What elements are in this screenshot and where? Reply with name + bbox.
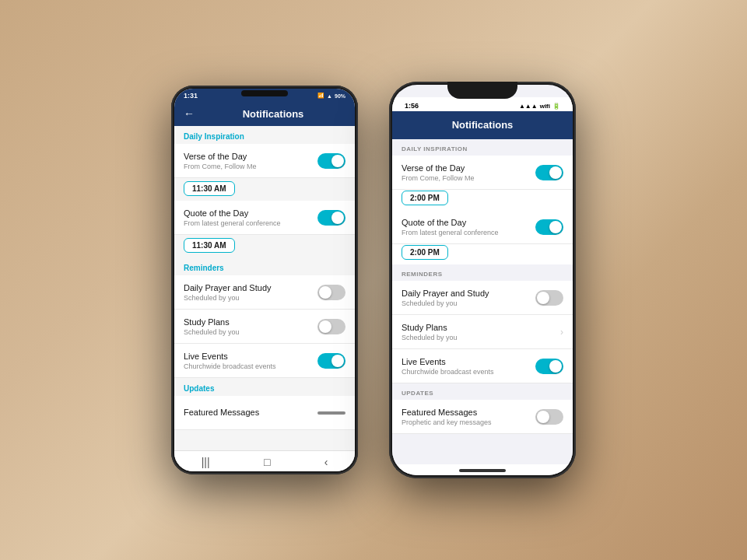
iphone-status-bar: 1:56 ▲▲▲ wifi 🔋: [392, 97, 573, 111]
android-quote-title: Quote of the Day: [184, 208, 317, 219]
android-study-plans-sub: Scheduled by you: [184, 328, 317, 336]
iphone-featured-knob: [537, 411, 549, 423]
iphone-prayer-toggle[interactable]: [535, 290, 563, 306]
android-live-events-item: Live Events Churchwide broadcast events: [174, 344, 355, 378]
iphone-prayer-title: Daily Prayer and Study: [402, 288, 535, 299]
android-prayer-sub: Scheduled by you: [184, 294, 317, 302]
iphone-verse-knob: [549, 166, 562, 179]
android-prayer-knob: [319, 286, 331, 299]
iphone-study-plans-item[interactable]: Study Plans Scheduled by you ›: [392, 315, 573, 349]
android-live-events-title: Live Events: [184, 351, 317, 362]
android-verse-knob: [331, 155, 344, 167]
android-phone: 1:31 📶 ▲ 90% ← Notifications Daily Inspi…: [171, 86, 358, 474]
wifi-icon: ▲: [327, 93, 332, 99]
android-screen: 1:31 📶 ▲ 90% ← Notifications Daily Inspi…: [174, 89, 355, 471]
iphone-verse-time-wrap: 2:00 PM: [392, 190, 573, 210]
android-header: ← Notifications: [174, 101, 355, 126]
android-verse-time[interactable]: 11:30 AM: [184, 181, 235, 196]
iphone-home-area: [392, 464, 573, 475]
iphone-quote-knob: [549, 221, 562, 233]
android-live-events-toggle[interactable]: [317, 353, 345, 369]
iphone-quote-time[interactable]: 2:00 PM: [402, 245, 448, 260]
iphone-live-events-sub: Churchwide broadcast events: [402, 368, 535, 376]
android-section-daily: Daily Inspiration: [174, 126, 355, 144]
iphone-section-daily: DAILY INSPIRATION: [392, 139, 573, 156]
iphone-featured-sub: Prophetic and key messages: [402, 418, 535, 426]
iphone-prayer-knob: [537, 292, 549, 304]
iphone-quote-time-wrap: 2:00 PM: [392, 244, 573, 264]
iphone-study-plans-chevron: ›: [560, 327, 563, 338]
iphone-verse-time[interactable]: 2:00 PM: [402, 191, 448, 205]
iphone-verse-toggle[interactable]: [535, 165, 563, 180]
back-button[interactable]: ←: [184, 107, 195, 120]
android-content: Daily Inspiration Verse of the Day From …: [174, 126, 355, 450]
iphone-featured-item: Featured Messages Prophetic and key mess…: [392, 400, 573, 434]
iphone-featured-title: Featured Messages: [402, 407, 535, 418]
iphone-status-icons: ▲▲▲ wifi 🔋: [519, 103, 560, 110]
iphone-live-events-item: Live Events Churchwide broadcast events: [392, 349, 573, 383]
android-header-title: Notifications: [201, 108, 345, 120]
android-verse-toggle[interactable]: [317, 153, 345, 169]
iphone-live-events-knob: [549, 360, 562, 373]
android-prayer-toggle[interactable]: [317, 285, 345, 300]
iphone-featured-toggle[interactable]: [535, 409, 563, 425]
android-nav-menu[interactable]: |||: [202, 456, 210, 468]
android-study-plans-title: Study Plans: [184, 317, 317, 327]
android-featured-item: Featured Messages: [174, 396, 355, 430]
iphone-live-events-toggle[interactable]: [535, 359, 563, 374]
android-study-plans-knob: [319, 320, 331, 333]
android-section-updates: Updates: [174, 378, 355, 396]
iphone-wifi-icon: wifi: [540, 103, 550, 110]
android-live-events-knob: [331, 355, 344, 367]
iphone-screen: 1:56 ▲▲▲ wifi 🔋 Notifications DAILY INSP…: [392, 85, 573, 475]
android-nav-home[interactable]: □: [264, 456, 270, 468]
android-live-events-sub: Churchwide broadcast events: [184, 362, 317, 370]
iphone-content: DAILY INSPIRATION Verse of the Day From …: [392, 139, 573, 464]
iphone-quote-sub: From latest general conference: [402, 229, 535, 236]
iphone-time: 1:56: [405, 102, 419, 110]
android-verse-title: Verse of the Day: [184, 151, 317, 162]
iphone-verse-sub: From Come, Follow Me: [402, 174, 535, 182]
iphone-header-title: Notifications: [452, 119, 514, 131]
iphone-live-events-title: Live Events: [402, 356, 535, 367]
android-time: 1:31: [184, 92, 198, 100]
iphone-study-plans-title: Study Plans: [402, 322, 560, 333]
android-nav-back[interactable]: ‹: [324, 456, 328, 468]
battery-text: 90%: [335, 93, 345, 99]
iphone-home-indicator: [459, 469, 506, 472]
iphone-battery-icon: 🔋: [552, 103, 560, 110]
android-notch: [241, 90, 288, 96]
android-verse-sub: From Come, Follow Me: [184, 163, 317, 170]
iphone-header: Notifications: [392, 111, 573, 139]
iphone-section-reminders: REMINDERS: [392, 264, 573, 281]
android-prayer-title: Daily Prayer and Study: [184, 282, 317, 293]
iphone-quote-item: Quote of the Day From latest general con…: [392, 210, 573, 244]
iphone-section-updates: UPDATES: [392, 383, 573, 400]
iphone-phone: 1:56 ▲▲▲ wifi 🔋 Notifications DAILY INSP…: [389, 82, 576, 478]
iphone-quote-toggle[interactable]: [535, 219, 563, 235]
iphone-quote-title: Quote of the Day: [402, 217, 535, 228]
android-quote-knob: [331, 212, 344, 224]
iphone-study-plans-sub: Scheduled by you: [402, 334, 560, 341]
phones-container: 1:31 📶 ▲ 90% ← Notifications Daily Inspi…: [171, 82, 576, 478]
android-study-plans-toggle[interactable]: [317, 319, 345, 334]
iphone-prayer-item: Daily Prayer and Study Scheduled by you: [392, 281, 573, 315]
iphone-signal-icon: ▲▲▲: [519, 103, 538, 110]
iphone-notch: [447, 82, 517, 99]
signal-icon: 📶: [317, 93, 324, 99]
android-section-reminders: Reminders: [174, 257, 355, 275]
android-study-plans-item: Study Plans Scheduled by you: [174, 310, 355, 344]
android-featured-title: Featured Messages: [184, 407, 317, 418]
android-quote-toggle[interactable]: [317, 210, 345, 226]
android-quote-item: Quote of the Day From latest general con…: [174, 201, 355, 235]
android-featured-toggle-placeholder: [317, 411, 345, 415]
android-prayer-item: Daily Prayer and Study Scheduled by you: [174, 275, 355, 310]
android-quote-time[interactable]: 11:30 AM: [184, 238, 235, 253]
iphone-verse-item: Verse of the Day From Come, Follow Me: [392, 156, 573, 190]
android-status-icons: 📶 ▲ 90%: [317, 93, 345, 99]
android-verse-item: Verse of the Day From Come, Follow Me: [174, 144, 355, 178]
iphone-verse-title: Verse of the Day: [402, 163, 535, 173]
android-nav-bar: ||| □ ‹: [174, 450, 355, 471]
android-quote-sub: From latest general conference: [184, 219, 317, 227]
iphone-prayer-sub: Scheduled by you: [402, 299, 535, 307]
